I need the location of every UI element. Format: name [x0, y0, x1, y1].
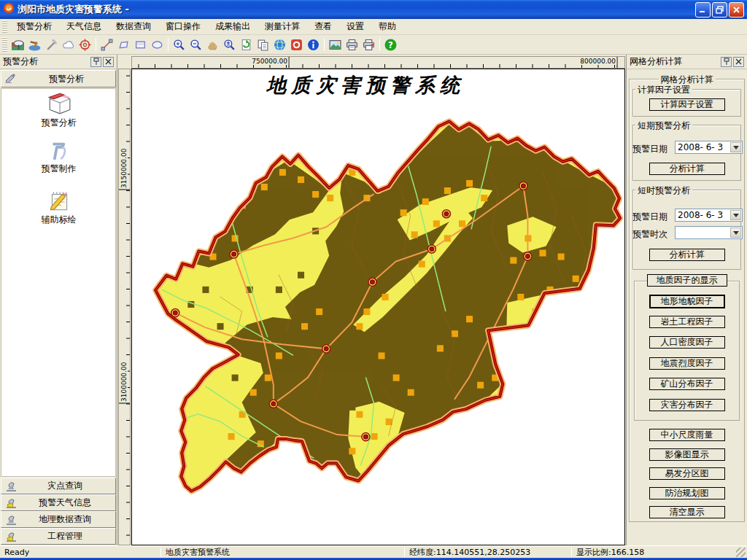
town-marker[interactable]	[322, 345, 330, 353]
factor-button-岩土工程因子[interactable]: 岩土工程因子	[649, 316, 725, 328]
close-icon[interactable]	[733, 57, 744, 67]
info-icon[interactable]	[305, 36, 322, 53]
short-time-date-combo[interactable]: 2008- 6- 3	[675, 209, 743, 222]
sidebar-section-label: 地理数据查询	[18, 513, 112, 526]
short-time-date-label: 预警日期	[632, 211, 667, 223]
left-panel-header: 预警分析	[0, 55, 117, 69]
sidebar-section-灾点查询[interactable]: 灾点查询	[1, 478, 116, 494]
close-icon[interactable]	[103, 57, 114, 67]
help-icon[interactable]: ?	[382, 36, 399, 53]
section-header-warning-analysis[interactable]: 预警分析	[1, 70, 116, 88]
menu-数据查询[interactable]: 数据查询	[109, 19, 158, 34]
menu-预警分析[interactable]: 预警分析	[9, 19, 59, 34]
factor-button-地震烈度因子[interactable]: 地震烈度因子	[649, 357, 725, 370]
book-icon	[47, 91, 71, 116]
print-preview-icon[interactable]	[360, 36, 377, 53]
short-time-title: 短时预警分析	[635, 184, 692, 197]
short-time-date-value: 2008- 6- 3	[678, 210, 723, 220]
print-icon[interactable]	[344, 36, 360, 53]
factor-setting-title: 计算因子设置	[635, 84, 692, 96]
short-time-period-combo[interactable]	[675, 226, 743, 239]
display-button-防治规划图[interactable]: 防治规划图	[649, 487, 725, 499]
zoom-out-icon[interactable]	[187, 36, 204, 53]
short-term-date-value: 2008- 6- 3	[678, 142, 723, 152]
menu-天气信息[interactable]: 天气信息	[59, 19, 109, 34]
image-icon[interactable]	[327, 36, 344, 53]
sidebar-item-预警分析[interactable]: 预警分析	[0, 91, 117, 129]
factor-button-矿山分布因子[interactable]: 矿山分布因子	[649, 378, 725, 390]
pan-hand-icon[interactable]	[204, 36, 221, 53]
factor-button-灾害分布因子[interactable]: 灾害分布因子	[649, 399, 725, 411]
menu-测量计算[interactable]: 测量计算	[258, 19, 307, 34]
pin-icon[interactable]	[90, 57, 101, 67]
menu-帮助[interactable]: 帮助	[371, 19, 403, 34]
sidebar-section-预警天气信息[interactable]: 预警天气信息	[1, 494, 116, 511]
toolbar-grip[interactable]	[2, 37, 7, 52]
factor-button-人口密度因子[interactable]: 人口密度因子	[649, 336, 725, 349]
globe-icon[interactable]	[271, 36, 288, 53]
short-time-calc-button[interactable]: 分析计算	[649, 249, 725, 261]
right-panel-title: 网格分析计算	[630, 55, 719, 68]
display-button-中小尺度雨量[interactable]: 中小尺度雨量	[649, 429, 725, 441]
factor-button-地形地貌因子[interactable]: 地形地貌因子	[649, 295, 725, 308]
ellipse-icon[interactable]	[149, 36, 166, 53]
menu-窗口操作[interactable]: 窗口操作	[158, 19, 208, 34]
chevron-down-icon[interactable]	[730, 142, 741, 152]
short-term-calc-button[interactable]: 分析计算	[649, 163, 725, 175]
menu-bar: 预警分析天气信息数据查询窗口操作成果输出测量计算查看设置帮助	[0, 19, 747, 35]
toolbar-separator	[324, 38, 325, 51]
menu-设置[interactable]: 设置	[339, 19, 371, 34]
satellite-icon[interactable]	[9, 36, 26, 53]
rectangle-icon[interactable]	[132, 36, 149, 53]
town-marker[interactable]	[171, 309, 179, 317]
copy-icon[interactable]	[255, 36, 271, 53]
display-button-易发分区图[interactable]: 易发分区图	[649, 467, 725, 480]
cloud-icon[interactable]	[60, 36, 77, 53]
sidebar-section-地理数据查询[interactable]: 地理数据查询	[1, 511, 116, 528]
town-marker[interactable]	[362, 433, 370, 441]
town-marker[interactable]	[442, 210, 450, 218]
polygon-icon[interactable]	[115, 36, 132, 53]
town-marker[interactable]	[524, 252, 532, 260]
pick-icon[interactable]	[43, 36, 60, 53]
close-button[interactable]	[729, 2, 744, 18]
notepad-icon	[47, 188, 71, 213]
town-marker[interactable]	[368, 278, 376, 286]
window-title: 浏阳市地质灾害预警系统 -	[18, 3, 694, 16]
line-icon[interactable]	[98, 36, 115, 53]
town-marker[interactable]	[519, 182, 527, 190]
chevron-down-icon[interactable]	[730, 210, 741, 220]
sidebar-item-label: 预警制作	[0, 163, 117, 175]
town-marker[interactable]	[427, 245, 436, 253]
display-button-影像图显示[interactable]: 影像图显示	[649, 448, 725, 461]
geo-factor-display-button[interactable]: 地质因子的显示	[647, 274, 727, 287]
sidebar-section-工程管理[interactable]: 工程管理	[1, 528, 116, 545]
town-marker[interactable]	[269, 400, 277, 408]
menu-成果输出[interactable]: 成果输出	[208, 19, 258, 34]
sidebar-item-预警制作[interactable]: 预警制作	[0, 137, 117, 175]
left-panel-title: 预警分析	[3, 55, 89, 68]
short-term-date-label: 预警日期	[632, 143, 667, 155]
minimize-button[interactable]	[695, 2, 711, 18]
short-term-date-combo[interactable]: 2008- 6- 3	[675, 141, 743, 154]
zoom-window-icon[interactable]	[221, 36, 238, 53]
map-region: 750000.00800000.00 3150000.003100000.00	[118, 55, 626, 545]
target-icon[interactable]	[77, 36, 93, 53]
map-canvas[interactable]: 地质灾害预警系统	[131, 69, 625, 545]
display-button-清空显示[interactable]: 清空显示	[649, 506, 725, 518]
hammer-water-icon[interactable]	[26, 36, 43, 53]
stop-icon[interactable]	[288, 36, 305, 53]
grid-analysis-panel: 网格分析计算 网格分析计算 计算因子设置 计算因子设置 短期预警分析 预警日期 …	[626, 55, 747, 545]
restore-button[interactable]	[712, 2, 727, 18]
sidebar-item-辅助标绘[interactable]: 辅助标绘	[0, 188, 117, 226]
chevron-down-icon[interactable]	[730, 228, 741, 238]
factor-setting-button[interactable]: 计算因子设置	[649, 98, 725, 111]
zoom-in-icon[interactable]	[171, 36, 187, 53]
pin-icon[interactable]	[721, 57, 732, 67]
resize-grip[interactable]	[736, 548, 746, 557]
refresh-icon[interactable]	[238, 36, 255, 53]
menu-grip[interactable]	[2, 20, 7, 33]
ruler-label: 3100000.00	[120, 362, 128, 402]
menu-查看[interactable]: 查看	[307, 19, 339, 34]
town-marker[interactable]	[230, 250, 238, 258]
